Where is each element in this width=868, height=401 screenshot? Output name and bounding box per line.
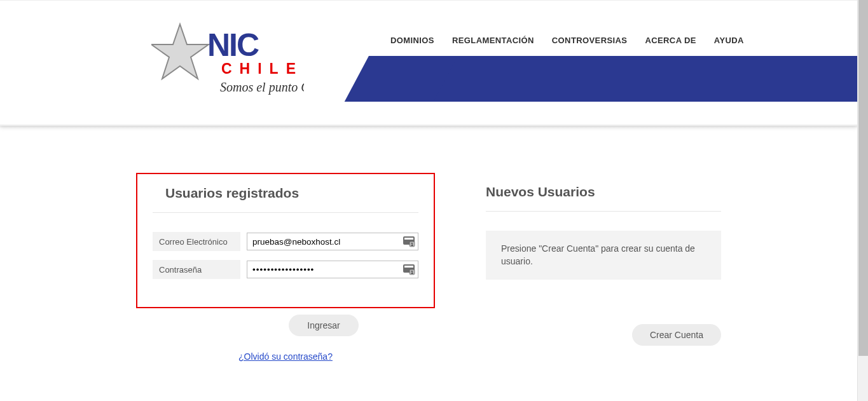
login-title: Usuarios registrados xyxy=(153,186,418,213)
site-header: NIC CHILE Somos el punto CL DOMINIOS REG… xyxy=(0,0,857,126)
nav-item-reglamentacion[interactable]: REGLAMENTACIÓN xyxy=(452,36,534,45)
login-panel: Usuarios registrados Correo Electrónico … xyxy=(136,173,435,308)
email-field[interactable] xyxy=(252,237,403,247)
login-button[interactable]: Ingresar xyxy=(289,315,359,336)
site-logo[interactable]: NIC CHILE Somos el punto CL xyxy=(151,17,304,105)
svg-marker-0 xyxy=(151,24,209,79)
nav-item-controversias[interactable]: CONTROVERSIAS xyxy=(552,36,628,45)
svg-rect-4 xyxy=(404,238,413,240)
svg-rect-8 xyxy=(404,266,413,268)
nav-item-ayuda[interactable]: AYUDA xyxy=(714,36,744,45)
password-field[interactable] xyxy=(252,265,403,275)
main-content: Usuarios registrados Correo Electrónico … xyxy=(111,126,747,362)
password-label: Contraseña xyxy=(153,260,240,279)
vertical-scrollbar[interactable] xyxy=(857,0,868,401)
signup-title: Nuevos Usuarios xyxy=(486,184,721,212)
svg-text:1: 1 xyxy=(411,242,413,247)
create-account-button[interactable]: Crear Cuenta xyxy=(632,324,721,346)
password-manager-icon[interactable]: 1 xyxy=(403,263,415,276)
nav-item-dominios[interactable]: DOMINIOS xyxy=(390,36,434,45)
email-label: Correo Electrónico xyxy=(153,232,240,251)
logo-tagline: Somos el punto CL xyxy=(220,80,304,95)
signup-notice: Presione "Crear Cuenta" para crear su cu… xyxy=(486,231,721,280)
svg-text:CHILE: CHILE xyxy=(221,60,303,77)
password-manager-icon[interactable]: 1 xyxy=(403,235,415,248)
svg-text:1: 1 xyxy=(411,270,413,275)
password-row: Contraseña 1 xyxy=(153,260,418,279)
email-row: Correo Electrónico 1 xyxy=(153,232,418,251)
forgot-password-link[interactable]: ¿Olvidó su contraseña? xyxy=(136,351,435,362)
svg-text:NIC: NIC xyxy=(207,27,259,63)
signup-panel: Nuevos Usuarios Presione "Crear Cuenta" … xyxy=(486,173,721,346)
scrollbar-thumb[interactable] xyxy=(858,0,868,356)
nav-item-acerca[interactable]: ACERCA DE xyxy=(645,36,696,45)
main-nav: DOMINIOS REGLAMENTACIÓN CONTROVERSIAS AC… xyxy=(390,36,744,45)
